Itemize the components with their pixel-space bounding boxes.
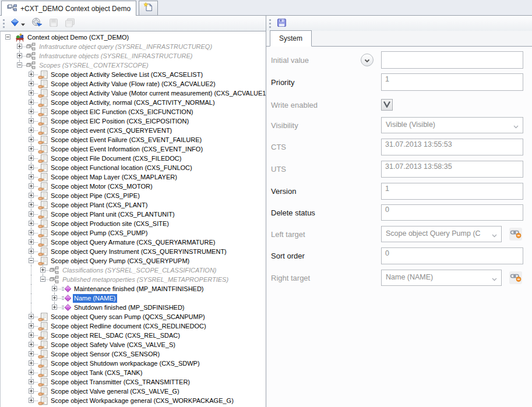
expand-plus-expander[interactable] xyxy=(29,221,34,226)
tree-item-label[interactable]: Scope object Event Information (CXS_EVEN… xyxy=(50,145,204,154)
tree-item[interactable]: Scope object Safety Valve (CXS_VALVE_S) xyxy=(1,340,266,349)
tree-item-label[interactable]: Scope object Pump (CXS_PUMP) xyxy=(50,229,149,238)
tree-item[interactable]: Scope object Activity Value (Flow rate) … xyxy=(1,79,266,89)
tree-item-label[interactable]: Scope object Map Layer (CXS_MAPLAYER) xyxy=(50,173,178,182)
tree-item-label[interactable]: Scope object Query scan Pump (QCXS_SCANP… xyxy=(50,313,206,321)
tree-item-label[interactable]: Scope object Plant unit (CXS_PLANTUNIT) xyxy=(50,210,176,219)
tree-item-label[interactable]: Scope object Query Armature (CXS_QUERYAR… xyxy=(50,238,216,247)
tree-item-label[interactable]: Shutdown finished (MP_SDFINISHED) xyxy=(73,303,186,312)
expand-plus-expander[interactable] xyxy=(29,230,34,235)
tree-item[interactable]: Scope object Production site (CXS_SITE) xyxy=(1,219,266,228)
tree-item-label[interactable]: Scope object Activity Value (Motor curre… xyxy=(50,89,266,98)
tree-item[interactable]: Published metaproperties (SYSREL_METAPRO… xyxy=(1,275,266,284)
tree-item[interactable]: Scope object Valve general (CXS_VALVE_G) xyxy=(1,387,266,396)
tree-item-label[interactable]: Infrastructure object query (SYSREL_INFR… xyxy=(38,43,213,51)
tree-item-label[interactable]: Scope object Activity Value (Flow rate) … xyxy=(50,80,217,89)
tree-item[interactable]: Scope object Workpackage general (CXS_WO… xyxy=(1,396,266,405)
new-tab-button[interactable] xyxy=(139,1,158,15)
left-target-select[interactable]: Scope object Query Pump (C xyxy=(381,226,502,242)
tree-item[interactable]: Scope object Tank (CXS_TANK) xyxy=(1,368,266,377)
expand-plus-expander[interactable] xyxy=(29,109,34,114)
tree-item-label[interactable]: Scope object Motor (CXS_MOTOR) xyxy=(50,182,154,191)
tree-item-label[interactable]: Name (NAME) xyxy=(73,294,117,303)
tree-item[interactable]: Infrastructure objects (SYSREL_INFRASTRU… xyxy=(1,51,266,61)
expand-plus-expander[interactable] xyxy=(29,146,34,151)
tree-item-label[interactable]: Scope object Workpackage general (CXS_WO… xyxy=(50,397,235,405)
tree-item[interactable]: Scope object event (CXS_QUERYEVENT) xyxy=(1,126,266,135)
tree-item[interactable]: Context object Demo (CXT_DEMO) xyxy=(1,33,266,42)
expand-plus-expander[interactable] xyxy=(29,388,34,394)
expand-plus-expander[interactable] xyxy=(52,305,57,310)
tree-item[interactable]: Scope object Pump (CXS_PUMP) xyxy=(1,228,266,238)
tree-item-label[interactable]: Scope object Plant (CXS_PLANT) xyxy=(50,201,149,210)
tree-item-label[interactable]: Scope object File Document (CXS_FILEDOC) xyxy=(50,154,182,163)
expand-plus-expander[interactable] xyxy=(29,155,34,161)
expand-plus-expander[interactable] xyxy=(29,174,34,179)
tree-item[interactable]: Infrastructure object query (SYSREL_INFR… xyxy=(1,42,266,51)
expand-plus-expander[interactable] xyxy=(29,118,34,123)
delete-status-input[interactable] xyxy=(381,204,523,221)
collapse-minus-expander[interactable] xyxy=(5,34,10,40)
tree-item[interactable]: Scope object Map Layer (CXS_MAPLAYER) xyxy=(1,172,266,182)
tree-item[interactable]: Scope object File Document (CXS_FILEDOC) xyxy=(1,154,266,163)
tree-item[interactable]: Scope object Plant unit (CXS_PLANTUNIT) xyxy=(1,210,266,219)
initial-value-input[interactable] xyxy=(381,51,523,69)
tree-item[interactable]: Scope object EIC Function (CXS_EICFUNCTI… xyxy=(1,107,266,116)
tree-item-label[interactable]: Maintenance finished (MP_MAINTFINISHED) xyxy=(73,285,205,293)
expand-plus-expander[interactable] xyxy=(29,137,34,142)
save-properties-button[interactable] xyxy=(276,17,288,30)
expand-plus-expander[interactable] xyxy=(29,90,34,95)
tree-item[interactable]: Scope object Query scan Pump (QCXS_SCANP… xyxy=(1,312,266,321)
tab-context-object-demo[interactable]: +CXT_DEMO Context object Demo xyxy=(1,1,136,16)
expand-plus-expander[interactable] xyxy=(29,128,34,133)
tree-item-label[interactable]: Scope object EIC Function (CXS_EICFUNCTI… xyxy=(50,108,195,116)
save-button-disabled[interactable] xyxy=(48,17,59,30)
right-target-select[interactable]: Name (NAME) xyxy=(381,270,502,286)
expand-plus-expander[interactable] xyxy=(29,323,34,328)
visibility-select[interactable]: Visible (Visible) xyxy=(381,117,523,133)
tree-item-label[interactable]: Published metaproperties (SYSREL_METAPRO… xyxy=(61,275,230,284)
expand-plus-expander[interactable] xyxy=(29,165,34,170)
tree-item-label[interactable]: Scope object Sensor (CXS_SENSOR) xyxy=(50,350,161,359)
tree-item[interactable]: Scope object Shutdown workpackage (CXS_S… xyxy=(1,359,266,368)
write-enabled-checkbox[interactable] xyxy=(381,99,393,111)
tree-item[interactable]: Scope object Activity, normal (CXS_ACTIV… xyxy=(1,98,266,107)
tree-item-label[interactable]: Infrastructure objects (SYSREL_INFRASTRU… xyxy=(38,52,193,61)
tree-item[interactable]: Scope object Sensor (CXS_SENSOR) xyxy=(1,349,266,359)
expand-plus-expander[interactable] xyxy=(17,53,22,58)
tree-item[interactable]: Scope object Motor (CXS_MOTOR) xyxy=(1,182,266,191)
version-input[interactable] xyxy=(381,183,523,200)
uts-input[interactable] xyxy=(381,161,523,178)
tree-item-label[interactable]: Scope object event (CXS_QUERYEVENT) xyxy=(50,126,173,135)
tree-item-label[interactable]: Scope object Redline document (CXS_REDLI… xyxy=(50,322,207,331)
cts-input[interactable] xyxy=(381,139,523,155)
priority-input[interactable] xyxy=(381,73,523,91)
sort-order-input[interactable] xyxy=(381,247,523,264)
expand-plus-expander[interactable] xyxy=(29,370,34,375)
expand-plus-expander[interactable] xyxy=(29,211,34,217)
expand-plus-expander[interactable] xyxy=(29,193,34,198)
tree-item[interactable]: Scope object Functional location (CXS_FU… xyxy=(1,163,266,172)
expand-plus-expander[interactable] xyxy=(29,379,34,384)
tree-item[interactable]: Classifications (SYSREL_SCOPE_CLASSIFICA… xyxy=(1,266,266,275)
expand-plus-expander[interactable] xyxy=(52,286,57,291)
tab-system[interactable]: System xyxy=(270,30,312,47)
collapse-minus-expander[interactable] xyxy=(29,258,34,263)
right-target-unlink-button[interactable] xyxy=(509,271,522,284)
expand-plus-expander[interactable] xyxy=(29,398,34,403)
tree-item[interactable]: Name (NAME) xyxy=(1,293,266,303)
tree-item[interactable]: Scope object Plant (CXS_PLANT) xyxy=(1,200,266,210)
tree-item-label[interactable]: Scope object REL_SDAC (CXS_REL_SDAC) xyxy=(50,331,181,340)
save-all-button-disabled[interactable] xyxy=(64,17,76,30)
tree-item-label[interactable]: Scope object Production site (CXS_SITE) xyxy=(50,220,170,228)
tree-item-label[interactable]: Scope object Activity Selective List (CX… xyxy=(50,70,204,79)
tree-item-label[interactable]: Scope object Pipe (CXS_PIPE) xyxy=(50,192,141,200)
tree-item-label[interactable]: Scope object Query Instrument (CXS_QUERY… xyxy=(50,247,228,256)
expand-plus-expander[interactable] xyxy=(29,100,34,105)
tree-item-label[interactable]: Scope object Valve general (CXS_VALVE_G) xyxy=(50,387,181,396)
expand-plus-expander[interactable] xyxy=(29,332,34,338)
expand-plus-expander[interactable] xyxy=(29,239,34,245)
tree-item-label[interactable]: Scopes (SYSREL_CONTEXTSCOPE) xyxy=(38,61,150,70)
tree-item[interactable]: Scope object Event Information (CXS_EVEN… xyxy=(1,144,266,154)
tree-item[interactable]: Shutdown finished (MP_SDFINISHED) xyxy=(1,303,266,312)
